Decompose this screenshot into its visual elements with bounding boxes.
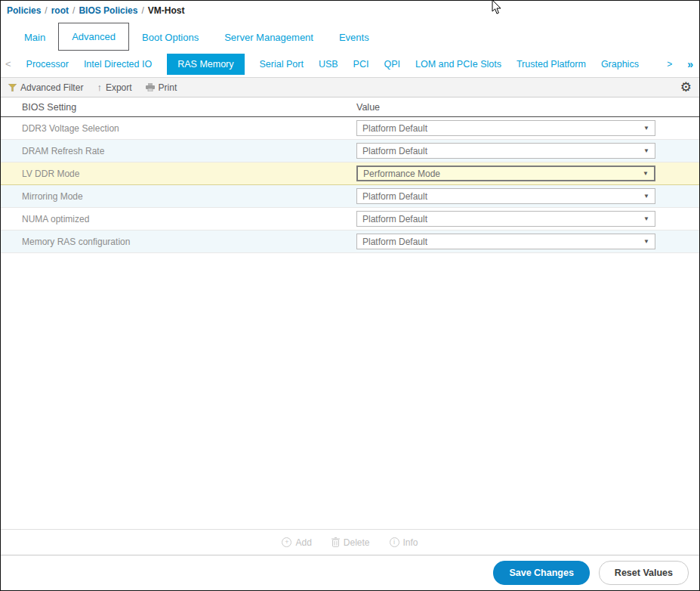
tab-boot-options[interactable]: Boot Options [129, 24, 211, 51]
delete-button[interactable]: Delete [331, 537, 370, 548]
table-row[interactable]: DRAM Refresh Rate Platform Default ▼ [1, 140, 699, 162]
filter-funnel-icon [8, 84, 17, 91]
breadcrumb-separator: / [72, 5, 75, 16]
tab-trusted-platform[interactable]: Trusted Platform [517, 59, 586, 70]
chevron-down-icon: ▼ [643, 215, 649, 222]
table-empty-area [1, 253, 699, 529]
scroll-left-chevron-icon[interactable]: < [5, 58, 11, 70]
dropdown-selected-value: Platform Default [362, 237, 427, 247]
tab-graphics[interactable]: Graphics [601, 59, 639, 70]
breadcrumb-policies[interactable]: Policies [7, 5, 41, 16]
advanced-filter-button[interactable]: Advanced Filter [8, 82, 83, 93]
chevron-down-icon: ▼ [643, 147, 649, 154]
print-label: Print [159, 82, 177, 93]
info-label: Info [403, 537, 418, 548]
dropdown-selected-value: Performance Mode [363, 169, 440, 179]
main-tab-bar: Main Advanced Boot Options Server Manage… [1, 20, 699, 51]
dropdown-selected-value: Platform Default [362, 214, 427, 224]
chevron-down-icon: ▼ [643, 125, 649, 132]
table-row[interactable]: DDR3 Voltage Selection Platform Default … [1, 117, 699, 140]
breadcrumb: Policies / root / BIOS Policies / VM-Hos… [1, 1, 699, 20]
table-header: BIOS Setting Value [1, 97, 699, 117]
tab-events[interactable]: Events [326, 24, 382, 51]
tab-server-management[interactable]: Server Management [211, 24, 326, 51]
breadcrumb-separator: / [141, 5, 143, 16]
value-dropdown[interactable]: Performance Mode ▼ [356, 166, 655, 181]
table-row-selected[interactable]: LV DDR Mode Performance Mode ▼ [1, 162, 699, 185]
value-dropdown[interactable]: Platform Default ▼ [356, 234, 655, 249]
table-row[interactable]: Mirroring Mode Platform Default ▼ [1, 185, 699, 208]
dropdown-selected-value: Platform Default [362, 146, 427, 156]
tab-main[interactable]: Main [11, 24, 58, 51]
bios-setting-label: DDR3 Voltage Selection [1, 123, 356, 134]
table-row[interactable]: NUMA optimized Platform Default ▼ [1, 208, 699, 231]
tab-ras-memory[interactable]: RAS Memory [167, 54, 244, 75]
advanced-filter-label: Advanced Filter [20, 82, 83, 93]
column-header-value[interactable]: Value [356, 102, 699, 113]
breadcrumb-bios-policies[interactable]: BIOS Policies [79, 5, 137, 16]
reset-values-button[interactable]: Reset Values [599, 561, 689, 585]
bios-setting-label: DRAM Refresh Rate [1, 146, 356, 156]
add-button[interactable]: + Add [282, 537, 311, 548]
export-arrow-icon: ↑ [97, 82, 102, 92]
tab-usb[interactable]: USB [319, 59, 338, 70]
gear-icon[interactable]: ⚙ [680, 81, 692, 94]
trash-icon [331, 537, 340, 547]
sub-tab-bar: < Processor Intel Directed IO RAS Memory… [1, 51, 699, 77]
tab-qpi[interactable]: QPI [384, 59, 400, 70]
delete-label: Delete [344, 537, 370, 548]
chevron-down-icon: ▼ [643, 193, 649, 200]
add-label: Add [295, 537, 311, 548]
tab-lom-and-pcie-slots[interactable]: LOM and PCIe Slots [415, 59, 501, 70]
value-dropdown[interactable]: Platform Default ▼ [356, 120, 655, 136]
bios-setting-label: LV DDR Mode [1, 169, 356, 179]
printer-icon [146, 83, 155, 91]
export-button[interactable]: ↑ Export [97, 82, 131, 93]
tab-advanced[interactable]: Advanced [58, 23, 129, 51]
column-header-bios-setting[interactable]: BIOS Setting [1, 102, 356, 113]
breadcrumb-separator: / [45, 5, 47, 16]
chevron-down-icon: ▼ [643, 170, 649, 177]
dropdown-selected-value: Platform Default [362, 191, 427, 202]
tab-serial-port[interactable]: Serial Port [260, 59, 304, 70]
add-icon: + [282, 537, 291, 547]
grid-toolbar: Advanced Filter ↑ Export Print ⚙ [1, 77, 699, 97]
bios-setting-label: Memory RAS configuration [1, 237, 356, 247]
ucs-manager-window: Policies / root / BIOS Policies / VM-Hos… [0, 0, 700, 591]
value-dropdown[interactable]: Platform Default ▼ [356, 188, 655, 204]
tab-processor[interactable]: Processor [26, 59, 69, 70]
grid-footer: + Add Delete i Info [1, 529, 699, 555]
dropdown-selected-value: Platform Default [362, 123, 427, 134]
tab-intel-directed-io[interactable]: Intel Directed IO [84, 59, 152, 70]
value-dropdown[interactable]: Platform Default ▼ [356, 143, 655, 159]
breadcrumb-current-vm-host: VM-Host [148, 5, 185, 16]
export-label: Export [106, 82, 132, 93]
info-icon: i [390, 537, 399, 547]
chevron-down-icon: ▼ [643, 238, 649, 245]
save-changes-button[interactable]: Save Changes [493, 561, 589, 585]
bios-setting-label: Mirroring Mode [1, 191, 356, 202]
value-dropdown[interactable]: Platform Default ▼ [356, 211, 655, 227]
table-row[interactable]: Memory RAS configuration Platform Defaul… [1, 231, 699, 253]
print-button[interactable]: Print [146, 82, 177, 93]
info-button[interactable]: i Info [390, 537, 418, 548]
scroll-right-chevron-icon[interactable]: » [687, 58, 693, 70]
breadcrumb-root[interactable]: root [51, 5, 69, 16]
truncate-chevron-icon[interactable]: > [667, 59, 672, 70]
tab-pci[interactable]: PCI [353, 59, 369, 70]
action-bar: Save Changes Reset Values [1, 555, 699, 590]
bios-setting-label: NUMA optimized [1, 214, 356, 224]
